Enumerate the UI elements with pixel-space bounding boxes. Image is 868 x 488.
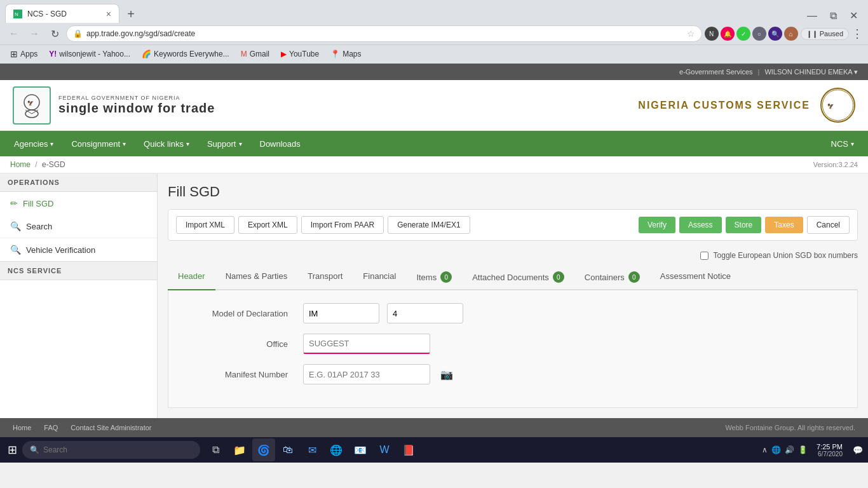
close-btn[interactable]: ✕ xyxy=(844,8,863,23)
tray-volume-icon[interactable]: 🔊 xyxy=(783,444,796,456)
tab-header[interactable]: Header xyxy=(168,265,215,290)
tab-financial[interactable]: Financial xyxy=(353,265,406,290)
ext-icon-4[interactable]: ○ xyxy=(752,27,766,41)
tab-assessment-notice[interactable]: Assessment Notice xyxy=(650,265,741,290)
taskbar-search-icon: 🔍 xyxy=(30,445,39,454)
address-input[interactable] xyxy=(86,29,683,38)
breadcrumb-home[interactable]: Home xyxy=(10,160,31,169)
tab-containers[interactable]: Containers 0 xyxy=(574,265,650,290)
clock[interactable]: 7:25 PM 6/7/2020 xyxy=(811,443,848,458)
store-btn[interactable]: Store xyxy=(726,217,762,233)
vehicle-icon: 🔍 xyxy=(10,245,21,255)
active-tab[interactable]: N NCS - SGD × xyxy=(5,4,119,23)
model-of-declaration-row: Model of Declaration xyxy=(181,303,844,323)
bookmark-gmail[interactable]: M Gmail xyxy=(236,48,275,60)
footer-home-link[interactable]: Home xyxy=(13,424,31,431)
date-display: 6/7/2020 xyxy=(817,451,843,458)
sidebar-vehicle-verification[interactable]: 🔍 Vehicle Verification xyxy=(0,238,157,261)
sidebar: OPERATIONS ✏ Fill SGD 🔍 Search 🔍 Vehicle… xyxy=(0,173,158,418)
taskbar-search-bar[interactable]: 🔍 xyxy=(22,441,200,459)
assess-btn[interactable]: Assess xyxy=(679,217,722,233)
user-label[interactable]: WILSON CHINEDU EMEKA ▾ xyxy=(764,68,858,76)
generate-im4-btn[interactable]: Generate IM4/EX1 xyxy=(388,216,470,234)
tab-items[interactable]: Items 0 xyxy=(406,265,462,290)
apps-grid-icon: ⊞ xyxy=(10,49,18,59)
taskbar-icon-mail[interactable]: ✉ xyxy=(301,438,323,461)
tab-attached-docs[interactable]: Attached Documents 0 xyxy=(462,265,574,290)
taskbar-icon-file-explorer[interactable]: 📁 xyxy=(228,438,251,461)
sidebar-search[interactable]: 🔍 Search xyxy=(0,215,157,238)
bookmark-youtube[interactable]: ▶ YouTube xyxy=(276,48,324,60)
bookmark-youtube-label: YouTube xyxy=(289,50,319,58)
bookmark-yahoo[interactable]: Y! wilsonjewit - Yahoo... xyxy=(44,48,135,60)
site-name: single window for trade xyxy=(58,101,215,116)
taskbar-icon-chrome[interactable]: 🌐 xyxy=(325,438,348,461)
import-paar-btn[interactable]: Import From PAAR xyxy=(301,216,384,234)
ext-icon-2[interactable]: 🔔 xyxy=(721,27,735,41)
nav-agencies[interactable]: Agencies▾ xyxy=(5,131,62,156)
import-xml-btn[interactable]: Import XML xyxy=(176,216,234,234)
tab-names-parties[interactable]: Names & Parties xyxy=(215,265,298,290)
refresh-btn[interactable]: ↻ xyxy=(46,25,64,43)
gmail-icon: M xyxy=(241,50,247,58)
manifest-input[interactable] xyxy=(303,364,430,384)
model-number-input[interactable] xyxy=(387,303,463,323)
minimize-btn[interactable]: — xyxy=(802,9,822,23)
back-btn[interactable]: ← xyxy=(5,25,23,43)
nav-consignment[interactable]: Consignment▾ xyxy=(62,131,135,156)
manifest-scan-btn[interactable]: 📷 xyxy=(438,366,456,383)
page-title: Fill SGD xyxy=(168,184,858,200)
ext-icon-5[interactable]: 🔍 xyxy=(768,27,782,41)
toolbar: Import XML Export XML Import From PAAR G… xyxy=(168,209,858,241)
bookmark-apps[interactable]: ⊞ Apps xyxy=(5,48,43,60)
export-xml-btn[interactable]: Export XML xyxy=(238,216,297,234)
nav-ncs[interactable]: NCS▾ xyxy=(822,131,863,156)
tray-arrow-icon[interactable]: ∧ xyxy=(761,444,769,456)
taskbar-search-input[interactable] xyxy=(43,445,193,454)
taskbar-icon-acrobat[interactable]: 📕 xyxy=(397,438,420,461)
taskbar-icon-store[interactable]: 🛍 xyxy=(276,438,299,461)
sidebar-fill-sgd[interactable]: ✏ Fill SGD xyxy=(0,192,157,215)
items-badge: 0 xyxy=(440,271,452,283)
taskbar-icon-edge[interactable]: 🌀 xyxy=(252,438,275,461)
office-input[interactable] xyxy=(303,334,430,354)
tab-close-btn[interactable]: × xyxy=(106,9,111,19)
eu-toggle-row: Toggle European Union SGD box numbers xyxy=(168,251,858,260)
notification-btn[interactable]: 💬 xyxy=(850,442,865,458)
nav-downloads[interactable]: Downloads xyxy=(251,131,309,156)
support-dropdown-icon: ▾ xyxy=(239,140,242,147)
nav-quicklinks[interactable]: Quick links▾ xyxy=(135,131,198,156)
start-btn[interactable]: ⊞ xyxy=(3,440,22,459)
bookmark-gmail-label: Gmail xyxy=(250,50,269,58)
tray-network-icon[interactable]: 🌐 xyxy=(770,444,782,456)
taskbar: ⊞ 🔍 ⧉ 📁 🌀 🛍 ✉ 🌐 📧 W 📕 xyxy=(0,437,868,463)
forward-btn[interactable]: → xyxy=(25,25,43,43)
taskbar-icon-word[interactable]: W xyxy=(373,438,396,461)
new-tab-btn[interactable]: + xyxy=(122,5,140,23)
bookmark-keywords[interactable]: 🌈 Keywords Everywhe... xyxy=(137,48,234,60)
paused-btn[interactable]: ❙❙ Paused xyxy=(801,28,849,40)
maximize-btn[interactable]: ⧉ xyxy=(825,9,842,23)
taxes-btn[interactable]: Taxes xyxy=(765,217,803,233)
model-declaration-input[interactable] xyxy=(303,303,379,323)
eu-toggle-checkbox[interactable] xyxy=(700,252,709,260)
bookmark-yahoo-label: wilsonjewit - Yahoo... xyxy=(59,50,130,58)
footer-contact-link[interactable]: Contact Site Administrator xyxy=(71,424,151,431)
verify-btn[interactable]: Verify xyxy=(639,217,675,233)
tab-transport[interactable]: Transport xyxy=(297,265,353,290)
mail-icon: ✉ xyxy=(308,444,316,456)
nav-support[interactable]: Support▾ xyxy=(198,131,251,156)
ncs-service-title: NCS SERVICE xyxy=(0,261,157,280)
cancel-btn[interactable]: Cancel xyxy=(807,216,850,234)
taskbar-icon-outlook[interactable]: 📧 xyxy=(349,438,372,461)
taskbar-icon-task-view[interactable]: ⧉ xyxy=(204,438,227,461)
tray-battery-icon[interactable]: 🔋 xyxy=(797,444,809,456)
star-icon[interactable]: ☆ xyxy=(687,29,695,39)
ext-icon-3[interactable]: ✓ xyxy=(736,27,750,41)
menu-btn[interactable]: ⋮ xyxy=(851,27,863,41)
ext-icon-6[interactable]: ⌂ xyxy=(784,27,798,41)
ext-icon-1[interactable]: N xyxy=(705,27,719,41)
footer-faq-link[interactable]: FAQ xyxy=(44,424,58,431)
bookmark-maps[interactable]: 📍 Maps xyxy=(325,48,366,60)
pencil-icon: ✏ xyxy=(10,198,18,208)
